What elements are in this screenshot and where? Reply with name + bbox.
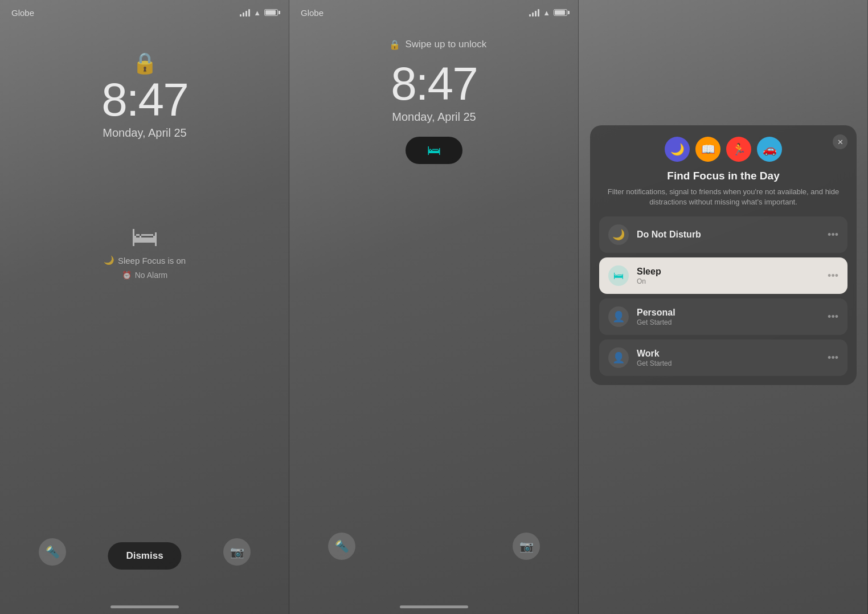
driving-mode-icon: 🚗 <box>757 137 782 162</box>
personal-item[interactable]: 👤 Personal Get Started ••• <box>599 298 847 335</box>
do-not-disturb-item[interactable]: 🌙 Do Not Disturb ••• <box>599 216 847 253</box>
date-display: Monday, April 25 <box>103 126 187 140</box>
carrier-label: Globe <box>11 8 34 18</box>
focus-card-description: Filter notifications, signal to friends … <box>599 187 847 207</box>
time-display: 8:47 <box>101 73 188 126</box>
status-bar: Globe ▲ <box>289 0 579 25</box>
home-indicator <box>110 605 179 608</box>
signal-icon <box>240 9 250 17</box>
battery-icon <box>264 9 278 16</box>
camera-icon: 📷 <box>230 545 244 559</box>
swipe-unlock-panel: Globe ▲ 🔒 Swipe up to unlock 8:47 Monday… <box>289 0 579 614</box>
alarm-label: ⏰ No Alarm <box>122 271 168 280</box>
dismiss-button[interactable]: Dismiss <box>108 542 181 570</box>
alarm-icon: ⏰ <box>122 271 132 280</box>
sleep-mode-icon: 🌙 <box>665 137 690 162</box>
lock-icon: 🔒 <box>132 51 158 75</box>
sleep-toggle-icon: 🛏 <box>427 142 441 158</box>
signal-icon <box>529 9 539 17</box>
swipe-unlock-label: 🔒 Swipe up to unlock <box>389 39 486 50</box>
wifi-icon: ▲ <box>253 9 261 17</box>
flashlight-icon: 🔦 <box>335 539 349 553</box>
personal-item-more-icon[interactable]: ••• <box>828 311 838 323</box>
home-indicator <box>400 605 468 608</box>
lock-screen-panel: Globe ▲ 🔒 8:47 Monday, April 25 🛏 🌙 Slee… <box>0 0 289 614</box>
time-display: 8:47 <box>391 57 477 110</box>
do-not-disturb-text: Do Not Disturb <box>637 230 820 240</box>
personal-item-name: Personal <box>637 308 820 318</box>
carrier-label: Globe <box>301 8 324 18</box>
sleep-focus-icon: 🛏 <box>131 221 158 252</box>
sleep-item-more-icon[interactable]: ••• <box>828 270 838 282</box>
moon-icon: 🌙 <box>104 255 114 265</box>
status-bar: Globe ▲ <box>0 0 289 25</box>
sleep-toggle[interactable]: 🛏 <box>406 137 462 164</box>
work-item-name: Work <box>637 349 820 359</box>
personal-item-text: Personal Get Started <box>637 308 820 326</box>
work-item[interactable]: 👤 Work Get Started ••• <box>599 339 847 376</box>
close-button[interactable]: ✕ <box>833 134 847 149</box>
status-icons: ▲ <box>240 9 278 17</box>
sleep-item-icon: 🛏 <box>608 265 629 286</box>
sleep-focus-label: 🌙 Sleep Focus is on <box>104 255 186 265</box>
focus-card-title: Find Focus in the Day <box>599 170 847 182</box>
personal-item-sub: Get Started <box>637 318 820 326</box>
do-not-disturb-icon: 🌙 <box>608 224 629 245</box>
fitness-mode-icon: 🏃 <box>726 137 751 162</box>
work-item-icon: 👤 <box>608 347 629 368</box>
focus-card: ✕ 🌙 📖 🏃 🚗 Find Focus in the Day Filter n… <box>590 125 857 385</box>
wifi-icon: ▲ <box>543 9 550 17</box>
battery-icon <box>554 9 567 16</box>
date-display: Monday, April 25 <box>392 110 476 124</box>
sleep-item-name: Sleep <box>637 267 820 277</box>
do-not-disturb-more-icon[interactable]: ••• <box>828 229 838 241</box>
camera-button[interactable]: 📷 <box>513 533 540 560</box>
flashlight-button[interactable]: 🔦 <box>328 533 355 560</box>
focus-modes-row: 🌙 📖 🏃 🚗 <box>599 137 847 162</box>
focus-items-list: 🌙 Do Not Disturb ••• 🛏 Sleep On ••• <box>599 216 847 376</box>
flashlight-icon: 🔦 <box>46 545 60 559</box>
work-item-text: Work Get Started <box>637 349 820 367</box>
sleep-item-text: Sleep On <box>637 267 820 285</box>
work-item-more-icon[interactable]: ••• <box>828 352 838 364</box>
sleep-item-sub: On <box>637 277 820 285</box>
focus-menu-panel: ✕ 🌙 📖 🏃 🚗 Find Focus in the Day Filter n… <box>579 0 868 614</box>
lock-small-icon: 🔒 <box>389 39 400 50</box>
camera-button[interactable]: 📷 <box>223 538 251 566</box>
reading-mode-icon: 📖 <box>695 137 720 162</box>
sleep-item[interactable]: 🛏 Sleep On ••• <box>599 257 847 294</box>
camera-icon: 📷 <box>519 539 534 553</box>
do-not-disturb-name: Do Not Disturb <box>637 230 820 240</box>
status-icons: ▲ <box>529 9 567 17</box>
personal-item-icon: 👤 <box>608 306 629 327</box>
flashlight-button[interactable]: 🔦 <box>39 538 66 566</box>
work-item-sub: Get Started <box>637 359 820 367</box>
